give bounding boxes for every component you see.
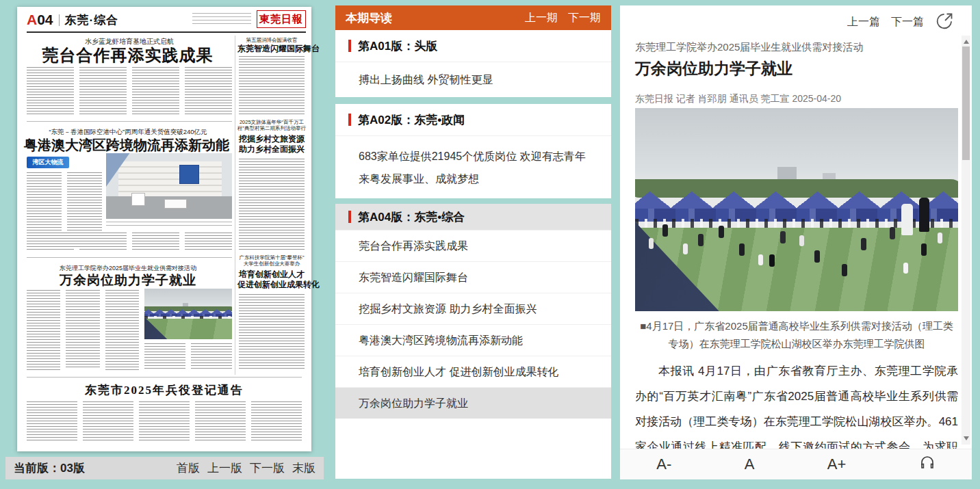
story2-badge: 湾区大物流 [27,157,69,168]
prev-issue-link[interactable]: 上一期 [525,11,558,25]
logistics-photo [106,153,232,219]
red-bar-icon [348,114,351,126]
photo-truck [131,193,145,206]
fake-text-column [27,290,60,372]
fake-text-column [27,401,77,442]
toc-section-label[interactable]: 第A04版：东莞•综合 [335,204,611,230]
toc-section-a04: 第A04版：东莞•综合 莞台合作再添实践成果 东莞智造闪耀国际舞台 挖掘乡村文旅… [335,204,611,479]
reader-toolbar: A- A A+ [620,449,972,479]
article-byline: 东莞日报 记者 肖郅朋 通讯员 莞工宣 2025-04-20 [635,93,950,105]
scroll-down-icon[interactable] [964,436,969,440]
fake-text-column [195,401,246,441]
toc-section-label[interactable]: 第A01版：头版 [335,30,611,62]
sidecol-headline-3-line1: 培育创新创业人才 [237,269,306,280]
fake-text-column [79,67,127,114]
photo-truck [164,199,187,209]
fake-text-column [83,401,133,441]
page-section-title: 东莞·综合 [65,12,119,28]
next-issue-link[interactable]: 下一期 [568,11,601,25]
toc-article-link[interactable]: 培育创新创业人才 促进创新创业成果转化 [335,356,611,387]
toc-article-link[interactable]: 东莞智造闪耀国际舞台 [335,261,611,293]
toc-article-link[interactable]: 莞台合作再添实践成果 [335,230,611,261]
job-fair-photo-thumbnail [144,289,232,339]
fake-text-column [132,233,179,252]
scroll-up-icon[interactable] [964,40,969,44]
last-page-link[interactable]: 末版 [292,460,315,476]
story1-headline: 莞台合作再添实践成果 [20,44,235,66]
newspaper-masthead-logo: 東莞日報 [257,10,306,28]
photo-caption: ■4月17日，广东省2025届普通高校毕业生系列供需对接活动（理工类专场）在东莞… [635,317,958,353]
font-larger-button[interactable]: A+ [827,455,847,473]
fake-text-column [185,67,232,114]
font-smaller-button[interactable]: A- [656,455,671,473]
sidecol-body-placeholder [239,294,305,369]
font-normal-button[interactable]: A [745,455,755,473]
photo-building [118,161,222,197]
toc-title: 本期导读 [346,10,392,26]
toc-article-link[interactable]: 挖掘乡村文旅资源 助力乡村全面振兴 [335,293,611,324]
toc-article-link-active[interactable]: 万余岗位助力学子就业 [335,387,611,419]
page-number: 04 [37,12,53,28]
masthead-meta-placeholder [192,13,251,26]
fake-text-column [144,343,185,371]
red-bar-icon [348,211,351,223]
article-nav: 上一篇 下一篇 [847,15,924,29]
photo-person [901,204,913,235]
fake-text-column [139,401,190,442]
toc-article-link[interactable]: 搏出上扬曲线 外贸韧性更显 [335,62,611,97]
story2-headline: 粤港澳大湾区跨境物流再添新动能 [18,136,235,155]
red-bar-icon [348,40,351,52]
listen-headphones-icon[interactable] [919,454,936,475]
article-title: 万余岗位助力学子就业 [635,58,950,79]
fake-text-column [27,67,74,116]
sidecol-body-placeholder [239,56,305,116]
header-divider [59,14,60,26]
article-panel: 上一篇 下一篇 东莞理工学院举办2025届毕业生就业供需对接活动 万余岗位助力学… [620,5,972,479]
story-divider [27,377,302,378]
current-page-label: 当前版：03版 [14,460,85,476]
story2-body-placeholder [27,233,232,252]
page-navigation-bar: 当前版：03版 首版 上一版 下一版 末版 [5,457,324,479]
fake-text-column [251,401,302,442]
scrollbar-thumb[interactable] [962,47,970,160]
toc-section-label[interactable]: 第A02版：东莞•政闻 [335,104,611,135]
fake-text-column [132,67,179,116]
photo-people [635,108,640,119]
photo-sign [179,165,200,184]
toc-article-link[interactable]: 粤港澳大湾区跨境物流再添新动能 [335,324,611,356]
page-number-letter: A [27,12,37,28]
toc-header: 本期导读 上一期 下一期 [335,5,611,30]
story-divider [27,121,232,122]
next-article-link[interactable]: 下一篇 [891,15,924,29]
story-divider [27,257,232,258]
sidecol-headline-2-line2: 助力乡村全面振兴 [237,144,306,155]
first-page-link[interactable]: 首版 [177,460,200,476]
newspaper-page-preview[interactable]: A04 东莞·综合 東莞日報 水乡蓝龙虾培育基地正式启航 莞台合作再添实践成果 … [17,7,311,451]
prev-page-link[interactable]: 上一版 [207,460,242,476]
job-fair-photo [635,108,958,311]
header-rule [27,31,306,33]
fake-text-column [105,290,139,372]
sidecol-body-placeholder [239,159,305,252]
story4-headline: 东莞市2025年兵役登记通告 [27,382,302,398]
article-kicker: 东莞理工学院举办2025届毕业生就业供需对接活动 [635,41,950,54]
fake-text-column [191,343,232,369]
next-page-link[interactable]: 下一版 [250,460,285,476]
toc-article-link[interactable]: 683家单位提供21945个优质岗位 欢迎有志青年来粤发展事业、成就梦想 [335,135,611,198]
fake-text-column [27,233,74,252]
story1-body-placeholder [27,67,232,116]
prev-article-link[interactable]: 上一篇 [847,15,880,29]
story3-headline: 万余岗位助力学子就业 [24,272,232,289]
sidecol-kicker-3: 广东科技学院第十届“攀登杯”大学生创新创业大赛举办 [237,254,306,267]
article-body: 本报讯 4月17日，由广东省教育厅主办、东莞理工学院承办的“百万英才汇南粤”广东… [635,358,958,449]
fake-text-column [79,233,127,251]
toc-section-a01: 第A01版：头版 搏出上扬曲线 外贸韧性更显 [335,30,611,97]
story3-body-placeholder [27,290,139,372]
story3-body-placeholder [144,343,232,371]
column-divider [235,36,235,375]
page-header: A04 东莞·综合 [27,11,118,29]
scrollbar[interactable] [962,36,970,445]
external-link-icon[interactable] [935,12,954,31]
story2-photo-caption-placeholder [106,222,232,228]
toc-section-a02: 第A02版：东莞•政闻 683家单位提供21945个优质岗位 欢迎有志青年来粤发… [335,104,611,198]
